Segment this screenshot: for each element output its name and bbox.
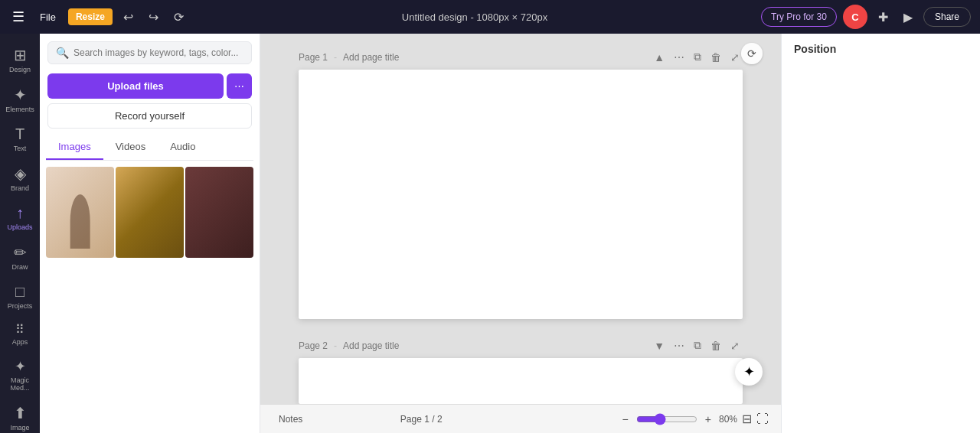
page-2-menu-button[interactable]: ⋯ xyxy=(671,338,688,353)
page-2-down-button[interactable]: ▼ xyxy=(651,338,668,353)
file-menu-button[interactable]: File xyxy=(34,8,62,26)
sidebar-item-design[interactable]: ⊞ Design xyxy=(2,40,38,80)
images-grid xyxy=(40,161,260,264)
page-nav: Page 1 / 2 xyxy=(400,414,443,425)
upload-btn-row: Upload files ⋯ xyxy=(47,73,252,99)
page-1-label: Page 1 xyxy=(299,52,328,63)
image-thumbnail[interactable] xyxy=(46,167,114,258)
search-input[interactable] xyxy=(74,47,243,58)
right-panel: Position xyxy=(781,34,980,433)
main-layout: ⊞ Design ✦ Elements T Text ◈ Brand ↑ Upl… xyxy=(0,34,980,433)
page-1-delete-button[interactable]: 🗑 xyxy=(707,50,724,65)
sidebar-item-label: Text xyxy=(14,145,27,152)
image-thumbnail[interactable] xyxy=(185,167,253,258)
page-1-canvas[interactable] xyxy=(299,70,743,319)
page-1-dash: - xyxy=(334,52,337,63)
topbar: ☰ File Resize ↩ ↪ ⟳ Untitled design - 10… xyxy=(0,0,980,34)
sidebar-item-label: Projects xyxy=(8,302,33,310)
page-2-dash: - xyxy=(334,340,337,351)
brand-icon: ◈ xyxy=(15,164,26,183)
page-1-header: Page 1 - ▲ ⋯ ⧉ 🗑 ⤢ xyxy=(299,49,743,65)
record-yourself-button[interactable]: Record yourself xyxy=(47,103,252,129)
avatar[interactable]: C xyxy=(843,5,867,29)
search-area: 🔍 xyxy=(40,34,260,69)
page-1-copy-button[interactable]: ⧉ xyxy=(691,49,704,65)
view-toggle-button[interactable]: ⊟ xyxy=(742,412,752,426)
sidebar-item-projects[interactable]: □ Projects xyxy=(2,277,38,316)
image-thumbnail[interactable] xyxy=(116,167,184,258)
tab-images[interactable]: Images xyxy=(46,135,103,160)
resize-button[interactable]: Resize xyxy=(68,8,113,25)
upload-panel: 🔍 Upload files ⋯ Record yourself Images … xyxy=(40,34,260,433)
sidebar-item-apps[interactable]: ⠿ Apps xyxy=(2,316,38,352)
hamburger-menu-button[interactable]: ☰ xyxy=(9,5,28,28)
pro-trial-button[interactable]: Try Pro for 30 xyxy=(761,7,837,27)
zoom-in-button[interactable]: + xyxy=(702,412,714,427)
bottom-bar: Notes Page 1 / 2 − + 80% ⊟ ⛶ xyxy=(260,404,781,433)
page-2-controls: ▼ ⋯ ⧉ 🗑 ⤢ xyxy=(651,337,743,353)
sidebar-item-text[interactable]: T Text xyxy=(2,119,38,158)
zoom-controls: − + 80% ⊟ ⛶ xyxy=(619,412,769,427)
magic-icon: ✦ xyxy=(15,358,26,375)
zoom-label: 80% xyxy=(719,414,737,425)
sidebar-item-label: Uploads xyxy=(7,223,32,231)
sidebar-item-brand[interactable]: ◈ Brand xyxy=(2,158,38,198)
page-2-canvas[interactable] xyxy=(299,358,743,404)
sidebar-item-elements[interactable]: ✦ Elements xyxy=(2,80,38,119)
page-1-up-button[interactable]: ▲ xyxy=(651,50,668,65)
page-2-wrapper: Page 2 - ▼ ⋯ ⧉ 🗑 ⤢ xyxy=(299,337,743,404)
search-bar-container: 🔍 xyxy=(47,41,252,64)
page-2-copy-button[interactable]: ⧉ xyxy=(691,337,704,353)
canvas-content: ⟳ Page 1 - ▲ ⋯ ⧉ 🗑 ⤢ xyxy=(260,34,781,404)
refresh-icon[interactable]: ⟳ xyxy=(741,43,763,64)
zoom-slider[interactable] xyxy=(636,413,697,425)
canvas-scroll: Page 1 - ▲ ⋯ ⧉ 🗑 ⤢ xyxy=(260,34,781,404)
upload-more-options-button[interactable]: ⋯ xyxy=(227,73,252,99)
redo-button[interactable]: ↪ xyxy=(144,7,163,28)
text-icon: T xyxy=(15,125,24,143)
search-icon: 🔍 xyxy=(56,47,69,59)
sidebar-item-label: Image Ups... xyxy=(5,424,35,433)
page-2-expand-button[interactable]: ⤢ xyxy=(727,338,743,353)
right-panel-title: Position xyxy=(794,43,968,55)
tabs-row: Images Videos Audio xyxy=(46,135,253,161)
page-1-controls: ▲ ⋯ ⧉ 🗑 ⤢ xyxy=(651,49,743,65)
present-button[interactable]: ▶ xyxy=(899,7,917,28)
page-1-title-input[interactable] xyxy=(343,52,458,63)
page-2-delete-button[interactable]: 🗑 xyxy=(707,338,724,353)
sidebar-item-magic[interactable]: ✦ Magic Med... xyxy=(2,352,38,398)
apps-icon: ⠿ xyxy=(15,322,24,337)
sidebar-item-draw[interactable]: ✏ Draw xyxy=(2,237,38,277)
page-2-header: Page 2 - ▼ ⋯ ⧉ 🗑 ⤢ xyxy=(299,337,743,353)
zoom-out-button[interactable]: − xyxy=(619,412,632,427)
design-icon: ⊞ xyxy=(14,46,27,64)
figure-silhouette xyxy=(70,194,90,249)
tab-videos[interactable]: Videos xyxy=(103,135,158,160)
sidebar-icons: ⊞ Design ✦ Elements T Text ◈ Brand ↑ Upl… xyxy=(0,34,40,433)
fullscreen-button[interactable]: ⛶ xyxy=(756,412,769,426)
undo-button[interactable]: ↩ xyxy=(119,7,138,28)
share-button[interactable]: Share xyxy=(923,7,971,27)
sidebar-item-label: Apps xyxy=(12,338,28,346)
page-1-expand-button[interactable]: ⤢ xyxy=(727,50,743,65)
design-title: Untitled design - 1080px × 720px xyxy=(402,11,547,23)
page-1-menu-button[interactable]: ⋯ xyxy=(671,50,688,65)
sync-button[interactable]: ⟳ xyxy=(169,7,188,28)
canvas-area: ⟳ Page 1 - ▲ ⋯ ⧉ 🗑 ⤢ xyxy=(260,34,781,433)
sidebar-item-label: Brand xyxy=(11,184,29,192)
page-2-title-input[interactable] xyxy=(343,340,458,351)
add-collaborator-button[interactable]: ✚ xyxy=(874,7,893,28)
draw-icon: ✏ xyxy=(14,243,27,262)
magic-circle-button[interactable]: ✦ xyxy=(735,358,763,386)
notes-button[interactable]: Notes xyxy=(273,411,309,428)
tab-audio[interactable]: Audio xyxy=(158,135,207,160)
upload-files-button[interactable]: Upload files xyxy=(47,73,224,99)
page-2-label: Page 2 xyxy=(299,340,328,351)
sidebar-item-label: Design xyxy=(9,66,31,73)
sidebar-item-label: Draw xyxy=(11,263,28,271)
sidebar-item-imageups[interactable]: ⬆ Image Ups... xyxy=(2,398,38,433)
sidebar-item-uploads[interactable]: ↑ Uploads xyxy=(2,198,38,237)
page-1-wrapper: Page 1 - ▲ ⋯ ⧉ 🗑 ⤢ xyxy=(299,49,743,319)
imageups-icon: ⬆ xyxy=(14,404,27,422)
elements-icon: ✦ xyxy=(14,86,27,104)
